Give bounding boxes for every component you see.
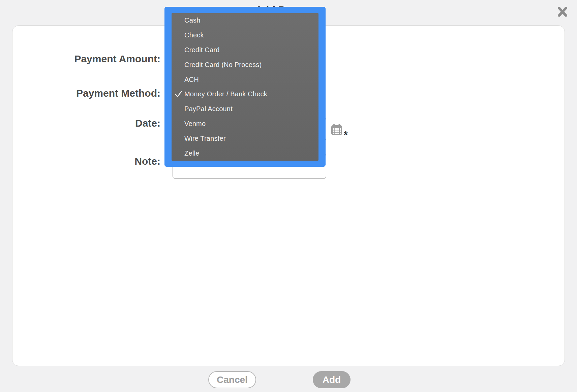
menu-item-zelle[interactable]: Zelle xyxy=(172,146,318,161)
close-icon xyxy=(557,7,568,18)
menu-item-label: Cash xyxy=(184,17,201,24)
menu-item-money-order-bank-check[interactable]: Money Order / Bank Check xyxy=(172,87,318,102)
menu-item-wire-transfer[interactable]: Wire Transfer xyxy=(172,131,318,146)
menu-item-ach[interactable]: ACH xyxy=(172,72,318,87)
payment-amount-label: Payment Amount: xyxy=(34,53,160,65)
calendar-icon xyxy=(331,132,342,137)
menu-item-check[interactable]: Check xyxy=(172,28,318,43)
menu-item-label: Credit Card (No Process) xyxy=(184,61,262,69)
payment-method-menu: Cash Check Credit Card Credit Card (No P… xyxy=(172,13,318,161)
menu-item-label: Wire Transfer xyxy=(184,135,226,142)
close-button[interactable] xyxy=(555,5,570,20)
menu-item-label: Money Order / Bank Check xyxy=(184,90,267,98)
cancel-button[interactable]: Cancel xyxy=(208,371,256,388)
menu-item-label: Credit Card xyxy=(184,46,219,54)
menu-item-credit-card-no-process[interactable]: Credit Card (No Process) xyxy=(172,57,318,72)
date-label: Date: xyxy=(34,117,160,129)
checkmark-icon xyxy=(175,90,183,98)
menu-item-paypal-account[interactable]: PayPal Account xyxy=(172,102,318,117)
menu-item-cash[interactable]: Cash xyxy=(172,13,318,28)
payment-method-label: Payment Method: xyxy=(34,87,160,99)
menu-item-label: Zelle xyxy=(184,150,199,157)
menu-item-label: PayPal Account xyxy=(184,105,233,113)
menu-item-venmo[interactable]: Venmo xyxy=(172,117,318,131)
payment-method-dropdown[interactable]: Cash Check Credit Card Credit Card (No P… xyxy=(164,7,326,167)
page-background: Add Payment Payment Amount: Payment Meth… xyxy=(0,0,577,392)
menu-item-label: ACH xyxy=(184,76,199,84)
add-button[interactable]: Add xyxy=(313,371,351,388)
calendar-button[interactable] xyxy=(331,124,342,136)
note-label: Note: xyxy=(34,155,160,167)
menu-item-credit-card[interactable]: Credit Card xyxy=(172,43,318,58)
menu-item-label: Check xyxy=(184,31,204,39)
date-required-asterisk: * xyxy=(344,129,348,140)
menu-item-label: Venmo xyxy=(184,120,206,128)
